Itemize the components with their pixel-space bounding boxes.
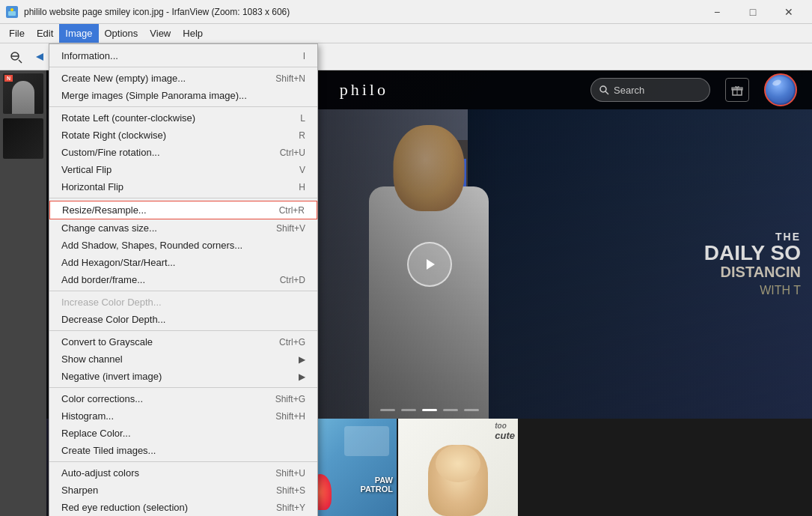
separator-7 [49,461,317,462]
carousel-dots [380,409,479,411]
separator-3 [49,198,317,198]
menu-negative[interactable]: Negative (invert image) ▶ [49,368,317,385]
menu-custom-rotation[interactable]: Custom/Fine rotation... Ctrl+U [49,144,317,161]
separator-2 [49,106,317,107]
menu-create-new[interactable]: Create New (empty) image... Shift+N [49,70,317,87]
menu-view[interactable]: View [144,24,177,43]
menu-bar: File Edit Image Options View Help [0,24,812,43]
left-thumb-1[interactable]: N [3,73,43,114]
title-bar: phililo website page smiley icon.jpg - I… [0,0,812,24]
dot-1[interactable] [380,409,395,411]
menu-increase-color: Increase Color Depth... [49,294,317,311]
menu-information[interactable]: Information... I [49,47,317,64]
svg-marker-6 [36,53,43,61]
separator-6 [49,387,317,388]
svg-marker-18 [427,259,435,270]
window-title: phililo website page smiley icon.jpg - I… [24,7,290,17]
thumb-toocute[interactable]: toocute [398,419,518,516]
gift-button[interactable] [725,78,749,102]
menu-vertical-flip[interactable]: Vertical Flip V [49,161,317,178]
menu-red-eye[interactable]: Red eye reduction (selection) Shift+Y [49,499,317,516]
menu-tiled-images[interactable]: Create Tiled images... [49,442,317,459]
menu-grayscale[interactable]: Convert to Grayscale Ctrl+G [49,333,317,350]
left-panel: N [0,70,46,516]
back-button[interactable] [28,46,51,67]
menu-file[interactable]: File [3,24,31,43]
play-button[interactable] [407,242,452,287]
separator-1 [49,67,317,67]
menu-options[interactable]: Options [99,24,144,43]
toocute-title: toocute [495,422,515,441]
separator-4 [49,291,317,291]
menu-edit[interactable]: Edit [31,24,59,43]
dot-2[interactable] [401,409,416,411]
search-text: Search [614,85,644,96]
app-icon [6,6,18,18]
menu-resize-resample[interactable]: Resize/Resample... Ctrl+R [49,201,317,219]
menu-sharpen[interactable]: Sharpen Shift+S [49,482,317,499]
menu-replace-color[interactable]: Replace Color... [49,425,317,442]
svg-point-13 [600,86,606,92]
menu-rotate-left[interactable]: Rotate Left (counter-clockwise) L [49,109,317,127]
title-bar-controls: − □ ✕ [700,0,806,24]
search-bar[interactable]: Search [590,78,710,102]
separator-5 [49,330,317,331]
zoom-out-button[interactable] [4,46,27,67]
svg-line-5 [19,60,22,63]
dot-4[interactable] [443,409,458,411]
menu-decrease-color[interactable]: Decrease Color Depth... [49,311,317,328]
dot-3[interactable] [422,409,437,411]
new-badge: N [4,75,13,82]
left-thumb-2[interactable] [3,118,43,159]
menu-image[interactable]: Image [59,24,98,43]
dot-5[interactable] [464,409,479,411]
close-button[interactable]: ✕ [772,0,806,24]
menu-histogram[interactable]: Histogram... Shift+H [49,407,317,425]
title-bar-left: phililo website page smiley icon.jpg - I… [6,6,290,18]
menu-add-border[interactable]: Add border/frame... Ctrl+D [49,271,317,288]
menu-add-shadow[interactable]: Add Shadow, Shapes, Rounded corners... [49,237,317,254]
svg-point-2 [10,8,13,11]
menu-rotate-right[interactable]: Rotate Right (clockwise) R [49,127,317,144]
image-dropdown-menu: Information... I Create New (empty) imag… [49,43,318,516]
menu-color-corrections[interactable]: Color corrections... Shift+G [49,390,317,407]
maximize-button[interactable]: □ [736,0,770,24]
menu-merge-images[interactable]: Merge images (Simple Panorama image)... [49,87,317,104]
menu-auto-adjust[interactable]: Auto-adjust colors Shift+U [49,464,317,482]
menu-show-channel[interactable]: Show channel ▶ [49,350,317,368]
menu-help[interactable]: Help [177,24,209,43]
avatar-container[interactable] [764,73,797,106]
menu-canvas-size[interactable]: Change canvas size... Shift+V [49,219,317,237]
menu-horizontal-flip[interactable]: Horizontal Flip H [49,178,317,195]
svg-line-14 [605,91,608,94]
svg-rect-1 [8,11,16,16]
menu-add-hexagon[interactable]: Add Hexagon/Star/Heart... [49,254,317,271]
minimize-button[interactable]: − [700,0,734,24]
